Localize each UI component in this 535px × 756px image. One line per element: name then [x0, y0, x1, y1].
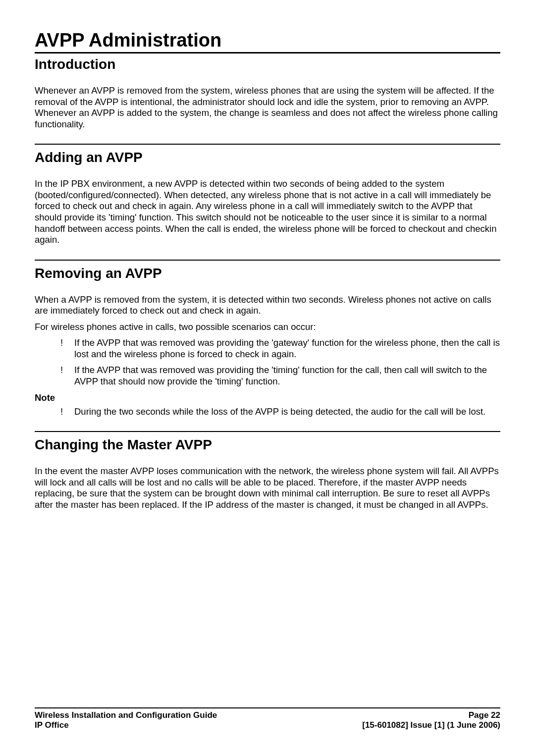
list-item: If the AVPP that was removed was providi…	[60, 365, 500, 387]
section-removing-avpp: Removing an AVPP When a AVPP is removed …	[35, 260, 500, 418]
paragraph: In the IP PBX environment, a new AVPP is…	[35, 178, 500, 245]
note-label: Note	[35, 392, 500, 403]
list-item: If the AVPP that was removed was providi…	[60, 337, 500, 360]
note-bullet-list: During the two seconds while the loss of…	[35, 406, 500, 418]
page-title: AVPP Administration	[35, 30, 500, 54]
footer-left: Wireless Installation and Configuration …	[35, 710, 217, 730]
page-footer: Wireless Installation and Configuration …	[35, 707, 500, 730]
footer-issue-date: [15-601082] Issue [1] (1 June 2006)	[362, 720, 500, 730]
paragraph: In the event the master AVPP loses commu…	[35, 466, 500, 510]
heading-adding-avpp: Adding an AVPP	[35, 150, 500, 165]
list-item: During the two seconds while the loss of…	[60, 406, 500, 418]
paragraph: When a AVPP is removed from the system, …	[35, 294, 500, 317]
footer-product: IP Office	[35, 720, 217, 730]
section-changing-master-avpp: Changing the Master AVPP In the event th…	[35, 431, 500, 510]
paragraph: Whenever an AVPP is removed from the sys…	[35, 85, 500, 130]
section-introduction: Introduction Whenever an AVPP is removed…	[35, 56, 500, 130]
footer-page-number: Page 22	[362, 710, 500, 720]
bullet-list: If the AVPP that was removed was providi…	[35, 337, 500, 387]
document-page: AVPP Administration Introduction Wheneve…	[0, 0, 535, 756]
footer-right: Page 22 [15-601082] Issue [1] (1 June 20…	[362, 710, 500, 730]
heading-removing-avpp: Removing an AVPP	[35, 266, 500, 281]
paragraph: For wireless phones active in calls, two…	[35, 322, 500, 333]
footer-doc-title: Wireless Installation and Configuration …	[35, 710, 217, 720]
section-adding-avpp: Adding an AVPP In the IP PBX environment…	[35, 144, 500, 245]
heading-introduction: Introduction	[35, 56, 500, 72]
heading-changing-master-avpp: Changing the Master AVPP	[35, 437, 500, 453]
